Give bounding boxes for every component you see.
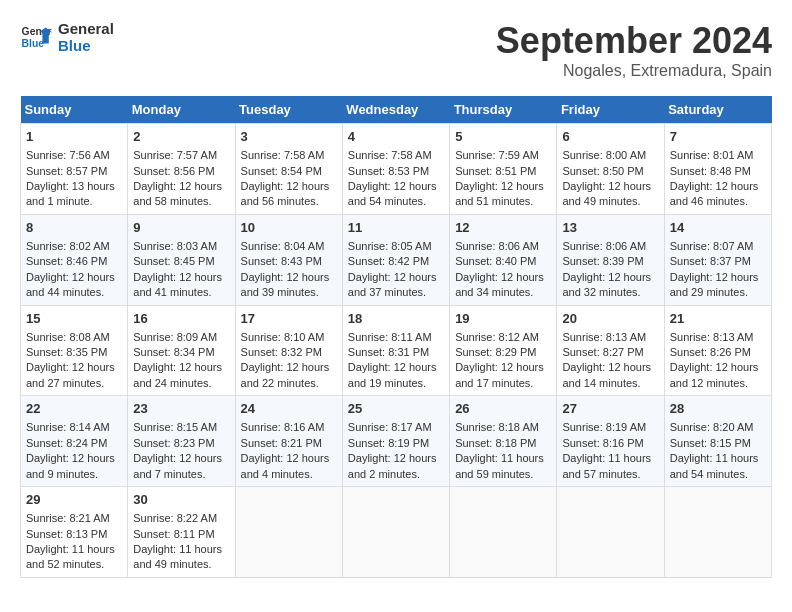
calendar-cell: 30 Sunrise: 8:22 AM Sunset: 8:11 PM Dayl… [128,487,235,578]
logo-line1: General [58,20,114,37]
day-number: 21 [670,310,766,328]
calendar-cell [235,487,342,578]
daylight-text: Daylight: 12 hours and 14 minutes. [562,361,651,388]
sunset-text: Sunset: 8:50 PM [562,165,643,177]
calendar-cell [664,487,771,578]
day-number: 15 [26,310,122,328]
daylight-text: Daylight: 12 hours and 51 minutes. [455,180,544,207]
day-number: 9 [133,219,229,237]
calendar-cell: 2 Sunrise: 7:57 AM Sunset: 8:56 PM Dayli… [128,124,235,215]
sunset-text: Sunset: 8:43 PM [241,255,322,267]
daylight-text: Daylight: 12 hours and 44 minutes. [26,271,115,298]
sunset-text: Sunset: 8:29 PM [455,346,536,358]
sunrise-text: Sunrise: 8:18 AM [455,421,539,433]
sunrise-text: Sunrise: 8:00 AM [562,149,646,161]
sunrise-text: Sunrise: 8:16 AM [241,421,325,433]
day-number: 14 [670,219,766,237]
sunrise-text: Sunrise: 8:09 AM [133,331,217,343]
sunset-text: Sunset: 8:11 PM [133,528,214,540]
sunset-text: Sunset: 8:21 PM [241,437,322,449]
logo-line2: Blue [58,37,114,54]
calendar-cell: 11 Sunrise: 8:05 AM Sunset: 8:42 PM Dayl… [342,214,449,305]
day-number: 8 [26,219,122,237]
daylight-text: Daylight: 11 hours and 49 minutes. [133,543,222,570]
sunrise-text: Sunrise: 7:57 AM [133,149,217,161]
sunset-text: Sunset: 8:51 PM [455,165,536,177]
daylight-text: Daylight: 12 hours and 17 minutes. [455,361,544,388]
sunrise-text: Sunrise: 8:04 AM [241,240,325,252]
calendar-cell [450,487,557,578]
sunset-text: Sunset: 8:32 PM [241,346,322,358]
daylight-text: Daylight: 11 hours and 59 minutes. [455,452,544,479]
sunset-text: Sunset: 8:16 PM [562,437,643,449]
title-section: September 2024 Nogales, Extremadura, Spa… [496,20,772,80]
logo-icon: General Blue [20,21,52,53]
calendar-cell: 19 Sunrise: 8:12 AM Sunset: 8:29 PM Dayl… [450,305,557,396]
daylight-text: Daylight: 12 hours and 32 minutes. [562,271,651,298]
sunset-text: Sunset: 8:35 PM [26,346,107,358]
calendar-cell: 14 Sunrise: 8:07 AM Sunset: 8:37 PM Dayl… [664,214,771,305]
daylight-text: Daylight: 12 hours and 2 minutes. [348,452,437,479]
calendar-cell: 8 Sunrise: 8:02 AM Sunset: 8:46 PM Dayli… [21,214,128,305]
sunset-text: Sunset: 8:40 PM [455,255,536,267]
header-day: Friday [557,96,664,124]
day-number: 6 [562,128,658,146]
day-number: 23 [133,400,229,418]
day-number: 26 [455,400,551,418]
calendar-table: SundayMondayTuesdayWednesdayThursdayFrid… [20,96,772,578]
sunset-text: Sunset: 8:57 PM [26,165,107,177]
sunrise-text: Sunrise: 8:11 AM [348,331,432,343]
day-number: 17 [241,310,337,328]
sunset-text: Sunset: 8:23 PM [133,437,214,449]
header-day: Monday [128,96,235,124]
calendar-cell: 15 Sunrise: 8:08 AM Sunset: 8:35 PM Dayl… [21,305,128,396]
calendar-cell: 24 Sunrise: 8:16 AM Sunset: 8:21 PM Dayl… [235,396,342,487]
day-number: 25 [348,400,444,418]
logo: General Blue General Blue [20,20,114,54]
calendar-cell: 10 Sunrise: 8:04 AM Sunset: 8:43 PM Dayl… [235,214,342,305]
calendar-cell: 21 Sunrise: 8:13 AM Sunset: 8:26 PM Dayl… [664,305,771,396]
day-number: 29 [26,491,122,509]
calendar-row: 8 Sunrise: 8:02 AM Sunset: 8:46 PM Dayli… [21,214,772,305]
sunrise-text: Sunrise: 8:13 AM [562,331,646,343]
daylight-text: Daylight: 12 hours and 12 minutes. [670,361,759,388]
day-number: 27 [562,400,658,418]
daylight-text: Daylight: 12 hours and 37 minutes. [348,271,437,298]
header-day: Thursday [450,96,557,124]
sunset-text: Sunset: 8:53 PM [348,165,429,177]
daylight-text: Daylight: 12 hours and 41 minutes. [133,271,222,298]
sunset-text: Sunset: 8:24 PM [26,437,107,449]
sunset-text: Sunset: 8:31 PM [348,346,429,358]
header-day: Wednesday [342,96,449,124]
sunrise-text: Sunrise: 8:01 AM [670,149,754,161]
calendar-cell: 13 Sunrise: 8:06 AM Sunset: 8:39 PM Dayl… [557,214,664,305]
sunset-text: Sunset: 8:27 PM [562,346,643,358]
sunrise-text: Sunrise: 8:14 AM [26,421,110,433]
sunset-text: Sunset: 8:45 PM [133,255,214,267]
daylight-text: Daylight: 12 hours and 34 minutes. [455,271,544,298]
day-number: 13 [562,219,658,237]
sunrise-text: Sunrise: 8:13 AM [670,331,754,343]
sunrise-text: Sunrise: 8:10 AM [241,331,325,343]
sunset-text: Sunset: 8:18 PM [455,437,536,449]
calendar-row: 22 Sunrise: 8:14 AM Sunset: 8:24 PM Dayl… [21,396,772,487]
day-number: 30 [133,491,229,509]
month-title: September 2024 [496,20,772,62]
daylight-text: Daylight: 12 hours and 46 minutes. [670,180,759,207]
calendar-cell: 28 Sunrise: 8:20 AM Sunset: 8:15 PM Dayl… [664,396,771,487]
day-number: 22 [26,400,122,418]
calendar-cell: 9 Sunrise: 8:03 AM Sunset: 8:45 PM Dayli… [128,214,235,305]
calendar-cell: 25 Sunrise: 8:17 AM Sunset: 8:19 PM Dayl… [342,396,449,487]
sunset-text: Sunset: 8:15 PM [670,437,751,449]
sunrise-text: Sunrise: 7:56 AM [26,149,110,161]
day-number: 3 [241,128,337,146]
day-number: 4 [348,128,444,146]
day-number: 2 [133,128,229,146]
calendar-cell: 7 Sunrise: 8:01 AM Sunset: 8:48 PM Dayli… [664,124,771,215]
svg-text:Blue: Blue [22,38,45,49]
calendar-cell: 4 Sunrise: 7:58 AM Sunset: 8:53 PM Dayli… [342,124,449,215]
location-title: Nogales, Extremadura, Spain [496,62,772,80]
day-number: 7 [670,128,766,146]
daylight-text: Daylight: 12 hours and 19 minutes. [348,361,437,388]
calendar-cell: 22 Sunrise: 8:14 AM Sunset: 8:24 PM Dayl… [21,396,128,487]
